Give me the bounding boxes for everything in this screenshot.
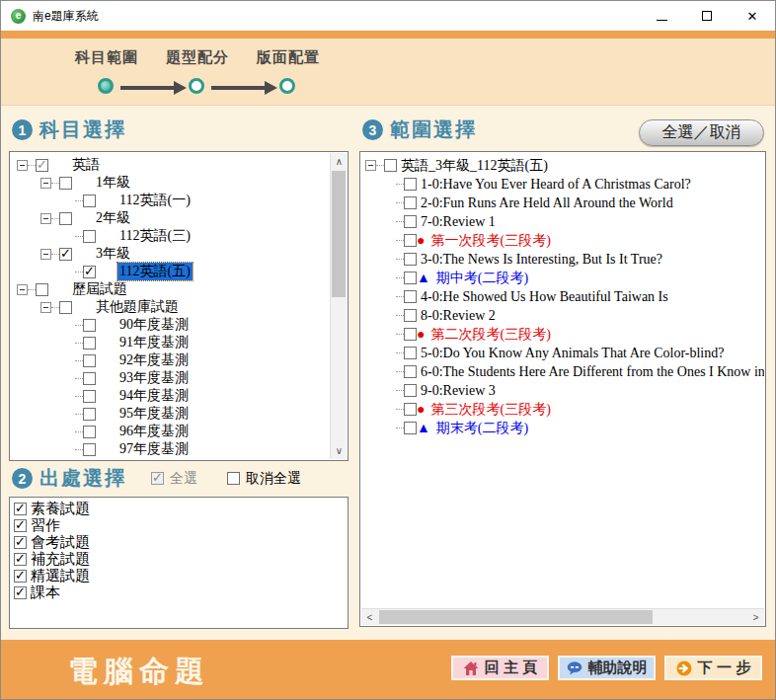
tree-item-label[interactable]: 7-0:Review 1 xyxy=(421,214,496,230)
tree-checkbox[interactable] xyxy=(404,309,417,322)
scrollbar-thumb[interactable] xyxy=(379,610,653,624)
scroll-down-icon[interactable]: ∨ xyxy=(331,442,348,459)
tree-item-label[interactable]: 1-0:Have You Ever Heard of A Christmas C… xyxy=(421,177,691,193)
expander-minus-icon[interactable] xyxy=(365,160,376,171)
tree-checkbox[interactable] xyxy=(83,230,96,243)
source-checkbox[interactable] xyxy=(14,536,27,549)
tree-item-label[interactable]: 112英語(三) xyxy=(119,227,191,245)
tree-checkbox[interactable] xyxy=(83,443,96,456)
tree-item-label[interactable]: 91年度基測 xyxy=(119,334,189,351)
tree-checkbox[interactable] xyxy=(404,215,417,228)
source-list-item[interactable]: 精選試題 xyxy=(14,568,346,584)
source-list-item[interactable]: 課本 xyxy=(14,584,346,601)
select-all-checkbox[interactable] xyxy=(151,472,164,485)
tree-checkbox[interactable] xyxy=(59,177,72,190)
scrollbar-thumb[interactable] xyxy=(332,171,346,297)
tree-checkbox[interactable] xyxy=(404,178,417,191)
tree-checkbox[interactable] xyxy=(404,234,417,247)
tree-item-label[interactable]: 期末考(二段考) xyxy=(436,420,528,437)
toggle-all-button[interactable]: 全選／取消 xyxy=(639,119,764,146)
tree-checkbox[interactable] xyxy=(36,283,48,296)
tree-item-label[interactable]: 8-0:Review 2 xyxy=(421,308,496,324)
tree-item-label[interactable]: 2-0:Fun Runs Are Held All Around the Wor… xyxy=(421,195,673,211)
tree-checkbox[interactable] xyxy=(83,372,96,385)
tree-item-label[interactable]: 95年度基測 xyxy=(119,405,189,423)
tree-item-label[interactable]: 112英語(五) xyxy=(117,263,193,280)
tree-item-label[interactable]: 93年度基測 xyxy=(119,369,189,387)
tree-item-label[interactable]: 92年度基測 xyxy=(119,351,189,369)
expander-minus-icon[interactable] xyxy=(40,249,51,260)
tree-checkbox[interactable] xyxy=(384,159,397,172)
close-button[interactable]: ✕ xyxy=(730,1,775,31)
help-button[interactable]: 輔助說明 xyxy=(558,656,656,680)
source-checkbox[interactable] xyxy=(14,570,27,583)
tree-checkbox[interactable] xyxy=(83,266,96,278)
source-list-item[interactable]: 習作 xyxy=(14,517,346,534)
tree-checkbox[interactable] xyxy=(404,196,417,209)
tree-checkbox[interactable] xyxy=(404,403,417,416)
tree-item-label[interactable]: 3年級 xyxy=(96,245,130,263)
expander-minus-icon[interactable] xyxy=(40,178,51,189)
tree-checkbox[interactable] xyxy=(83,426,96,438)
tree-checkbox[interactable] xyxy=(404,422,417,434)
tree-checkbox[interactable] xyxy=(36,159,48,172)
tree-checkbox[interactable] xyxy=(59,301,72,314)
tree-item-label[interactable]: 1年級 xyxy=(96,174,130,192)
tree-checkbox[interactable] xyxy=(83,319,96,332)
source-checkbox[interactable] xyxy=(14,553,27,566)
tree-item-label[interactable]: 第二次段考(三段考) xyxy=(430,326,550,344)
tree-checkbox[interactable] xyxy=(404,328,417,341)
tree-item-label[interactable]: 5-0:Do You Know Any Animals That Are Col… xyxy=(421,346,724,361)
tree-checkbox[interactable] xyxy=(404,272,417,284)
tree-item-label[interactable]: 第一次段考(三段考) xyxy=(430,232,550,250)
tree-item-label[interactable]: 97年度基測 xyxy=(119,440,189,458)
tree-item-label[interactable]: 3-0:The News Is Interesting, But Is It T… xyxy=(421,252,662,268)
tree-item-label[interactable]: 其他題庫試題 xyxy=(96,298,179,316)
tree-item-label[interactable]: 2年級 xyxy=(96,209,130,227)
tree-checkbox[interactable] xyxy=(404,347,417,359)
tree-checkbox[interactable] xyxy=(404,365,417,378)
tree-checkbox[interactable] xyxy=(83,354,96,367)
expander-minus-icon[interactable] xyxy=(40,302,51,313)
tree-checkbox[interactable] xyxy=(83,390,96,403)
tree-item-label[interactable]: 96年度基測 xyxy=(119,423,189,440)
tree-item-label[interactable]: 第三次段考(三段考) xyxy=(430,401,550,419)
tree-checkbox[interactable] xyxy=(59,248,72,261)
tree-item-label[interactable]: 6-0:The Students Here Are Different from… xyxy=(421,364,764,380)
source-list-item[interactable]: 會考試題 xyxy=(14,534,346,551)
scroll-left-icon[interactable]: < xyxy=(361,609,378,626)
source-checkbox[interactable] xyxy=(14,503,27,515)
tree-checkbox[interactable] xyxy=(83,408,96,421)
range-tree-scrollbar[interactable]: < > xyxy=(361,608,764,625)
tree-item-label[interactable]: 94年度基測 xyxy=(119,387,189,405)
tree-item-label[interactable]: 英語 xyxy=(72,156,100,174)
deselect-all-checkbox[interactable] xyxy=(227,472,240,485)
expander-minus-icon[interactable] xyxy=(17,160,28,171)
scroll-right-icon[interactable]: > xyxy=(747,609,764,626)
maximize-button[interactable] xyxy=(684,1,730,31)
tree-checkbox[interactable] xyxy=(404,253,417,266)
next-button[interactable]: 下 一 步 xyxy=(664,656,762,680)
tree-checkbox[interactable] xyxy=(59,212,72,225)
tree-item-label[interactable]: 90年度基測 xyxy=(119,316,189,334)
tree-checkbox[interactable] xyxy=(404,384,417,397)
source-checkbox[interactable] xyxy=(14,586,27,599)
source-list-item[interactable]: 素養試題 xyxy=(14,501,346,517)
tree-checkbox[interactable] xyxy=(404,290,417,303)
subject-tree-scrollbar[interactable]: ∧ ∨ xyxy=(330,153,347,459)
home-button[interactable]: 回 主 頁 xyxy=(451,656,549,680)
tree-checkbox[interactable] xyxy=(83,337,96,350)
source-checkbox[interactable] xyxy=(14,519,27,532)
source-list-item[interactable]: 補充試題 xyxy=(14,551,346,568)
tree-item-label[interactable]: 112英語(一) xyxy=(119,192,191,209)
tree-item-label[interactable]: 9-0:Review 3 xyxy=(421,383,496,399)
tree-checkbox[interactable] xyxy=(83,194,96,207)
tree-item-label[interactable]: 歷屆試題 xyxy=(72,280,127,298)
tree-item-label[interactable]: 英語_3年級_112英語(五) xyxy=(401,157,548,175)
tree-item-label[interactable]: 4-0:He Showed Us How Beautiful Taiwan Is xyxy=(421,289,668,305)
tree-item-label[interactable]: 期中考(二段考) xyxy=(436,270,528,287)
expander-minus-icon[interactable] xyxy=(40,213,51,224)
expander-minus-icon[interactable] xyxy=(17,284,28,295)
scroll-up-icon[interactable]: ∧ xyxy=(331,153,348,170)
minimize-button[interactable] xyxy=(639,1,684,31)
